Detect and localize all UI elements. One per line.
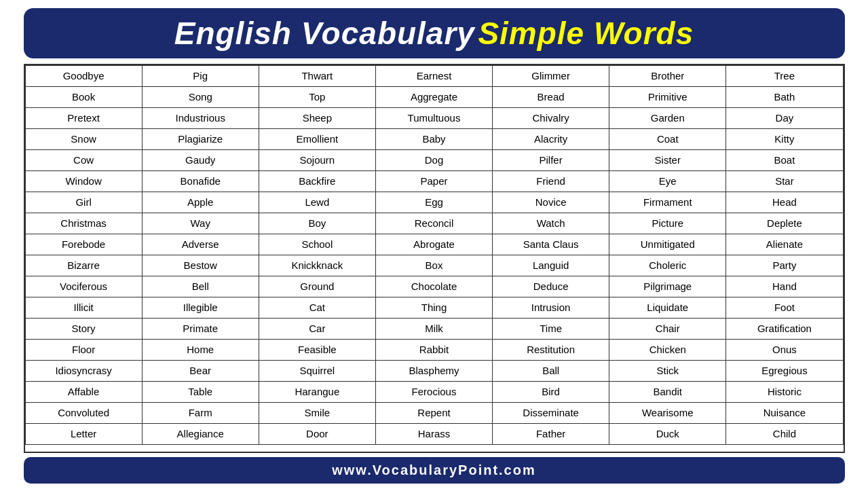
table-cell: Floor [25,340,142,361]
vocabulary-table: GoodbyePigThwartEarnestGlimmerBrotherTre… [25,65,844,445]
table-cell: Ground [259,276,375,297]
table-cell: Goodbye [25,66,142,87]
page-header: English Vocabulary Simple Words [24,8,845,58]
table-cell: Chair [609,319,726,340]
table-cell: Tumultuous [375,108,492,129]
table-cell: Pilfer [493,150,609,171]
table-cell: Girl [25,192,142,213]
table-cell: Vociferous [25,276,142,297]
table-cell: Deplete [726,213,843,234]
table-cell: Convoluted [25,403,142,424]
table-cell: Eye [609,171,726,192]
table-cell: Bonafide [142,171,259,192]
table-cell: Glimmer [493,66,609,87]
table-cell: Chivalry [493,108,609,129]
table-cell: Forebode [25,234,142,255]
table-cell: Bandit [609,382,726,403]
table-cell: Rabbit [375,340,492,361]
table-cell: Sojourn [259,150,375,171]
table-cell: Way [142,213,259,234]
table-cell: Thing [375,297,492,319]
table-cell: Garden [609,108,726,129]
table-cell: Bird [493,382,609,403]
table-cell: Child [726,424,843,445]
table-cell: Bear [142,361,259,382]
table-cell: Apple [142,192,259,213]
table-cell: Restitution [493,340,609,361]
table-cell: Coat [609,129,726,150]
table-cell: Feasible [259,340,375,361]
table-cell: Plagiarize [142,129,259,150]
table-cell: Disseminate [493,403,609,424]
table-cell: Novice [493,192,609,213]
table-cell: Foot [726,297,843,319]
table-cell: Alienate [726,234,843,255]
table-cell: Aggregate [375,87,492,108]
table-cell: Thwart [259,66,375,87]
table-cell: Emollient [259,129,375,150]
table-cell: Book [25,87,142,108]
table-cell: Window [25,171,142,192]
table-cell: Chicken [609,340,726,361]
table-cell: Repent [375,403,492,424]
header-white-text: English Vocabulary [174,16,475,51]
table-cell: Wearisome [609,403,726,424]
table-cell: Duck [609,424,726,445]
table-cell: Illegible [142,297,259,319]
table-cell: Primitive [609,87,726,108]
table-cell: Dog [375,150,492,171]
table-cell: Christmas [25,213,142,234]
table-cell: Affable [25,382,142,403]
table-cell: Table [142,382,259,403]
table-cell: Paper [375,171,492,192]
table-cell: Brother [609,66,726,87]
table-cell: Father [493,424,609,445]
table-cell: Bizarre [25,255,142,276]
table-cell: Bread [493,87,609,108]
table-cell: Tree [726,66,843,87]
table-cell: Alacrity [493,129,609,150]
table-cell: Abrogate [375,234,492,255]
table-cell: Adverse [142,234,259,255]
table-cell: Onus [726,340,843,361]
table-cell: Car [259,319,375,340]
table-cell: Egregious [726,361,843,382]
table-cell: Squirrel [259,361,375,382]
table-cell: Farm [142,403,259,424]
table-cell: Reconcil [375,213,492,234]
table-cell: Primate [142,319,259,340]
table-cell: Firmament [609,192,726,213]
table-cell: Industrious [142,108,259,129]
table-cell: Bath [726,87,843,108]
table-cell: Santa Claus [493,234,609,255]
table-cell: Sheep [259,108,375,129]
table-cell: Baby [375,129,492,150]
table-cell: Unmitigated [609,234,726,255]
table-cell: Ball [493,361,609,382]
table-cell: Milk [375,319,492,340]
table-cell: School [259,234,375,255]
table-cell: Ferocious [375,382,492,403]
table-cell: Allegiance [142,424,259,445]
table-cell: Chocolate [375,276,492,297]
table-cell: Snow [25,129,142,150]
table-cell: Smile [259,403,375,424]
table-cell: Door [259,424,375,445]
footer-url: www.VocabularyPoint.com [24,457,845,484]
table-cell: Knickknack [259,255,375,276]
table-cell: Cow [25,150,142,171]
table-cell: Nuisance [726,403,843,424]
table-cell: Deduce [493,276,609,297]
table-cell: Harass [375,424,492,445]
table-cell: Box [375,255,492,276]
table-cell: Backfire [259,171,375,192]
table-cell: Gratification [726,319,843,340]
table-cell: Watch [493,213,609,234]
table-cell: Stick [609,361,726,382]
table-cell: Picture [609,213,726,234]
table-cell: Blasphemy [375,361,492,382]
table-cell: Bell [142,276,259,297]
table-cell: Harangue [259,382,375,403]
table-cell: Pilgrimage [609,276,726,297]
table-cell: Story [25,319,142,340]
